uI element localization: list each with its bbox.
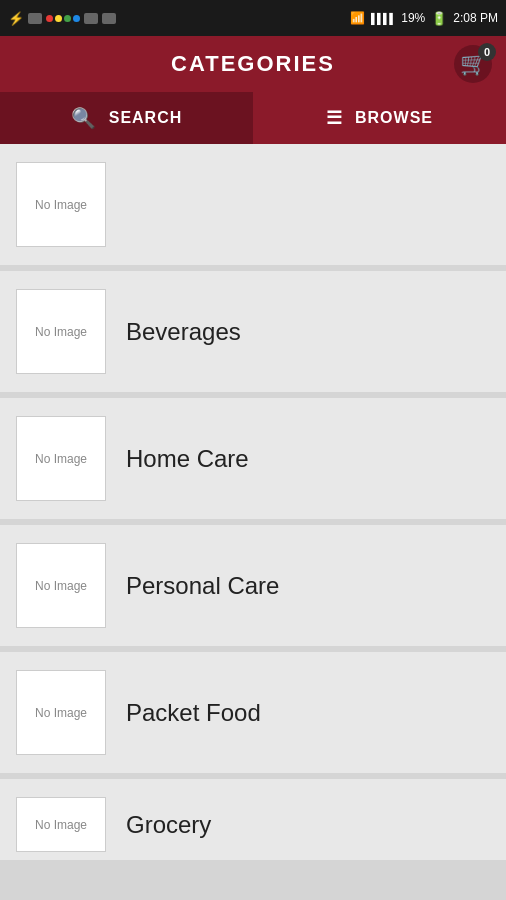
browse-button[interactable]: ☰ BROWSE [253, 92, 506, 144]
status-bar: ⚡ 📶 ▌▌▌▌ 19% 🔋 2:08 PM [0, 0, 506, 36]
signal-icon: ▌▌▌▌ [371, 13, 395, 24]
no-image-label: No Image [35, 325, 87, 339]
no-image-label: No Image [35, 706, 87, 720]
category-name: Beverages [126, 318, 241, 346]
category-name: Packet Food [126, 699, 261, 727]
no-image-label: No Image [35, 198, 87, 212]
header: CATEGORIES 🛒 0 [0, 36, 506, 92]
list-item[interactable]: No Image Grocery [0, 779, 506, 860]
category-image-placeholder: No Image [16, 543, 106, 628]
category-name: Home Care [126, 445, 249, 473]
list-item[interactable]: No Image [0, 144, 506, 265]
battery-percent: 19% [401, 11, 425, 25]
page-title: CATEGORIES [171, 51, 335, 77]
list-item[interactable]: No Image Personal Care [0, 525, 506, 646]
wifi-icon: 📶 [350, 11, 365, 25]
battery-icon: 🔋 [431, 11, 447, 26]
dots-icon [46, 15, 80, 22]
no-image-label: No Image [35, 452, 87, 466]
search-icon: 🔍 [71, 106, 97, 130]
sd-icon [102, 13, 116, 24]
action-bar: 🔍 SEARCH ☰ BROWSE [0, 92, 506, 144]
category-image-placeholder: No Image [16, 162, 106, 247]
menu-icon: ☰ [326, 107, 343, 129]
category-image-placeholder: No Image [16, 289, 106, 374]
no-image-label: No Image [35, 579, 87, 593]
category-image-placeholder: No Image [16, 797, 106, 852]
list-item[interactable]: No Image Packet Food [0, 652, 506, 773]
category-name: Grocery [126, 811, 211, 839]
category-image-placeholder: No Image [16, 416, 106, 501]
category-image-placeholder: No Image [16, 670, 106, 755]
category-list: No Image No Image Beverages No Image Hom… [0, 144, 506, 900]
cart-count-badge: 0 [478, 43, 496, 61]
status-right-info: 📶 ▌▌▌▌ 19% 🔋 2:08 PM [350, 11, 498, 26]
list-item[interactable]: No Image Beverages [0, 271, 506, 392]
photo-icon [28, 13, 42, 24]
usb-icon: ⚡ [8, 11, 24, 26]
download-icon [84, 13, 98, 24]
cart-button[interactable]: 🛒 0 [454, 45, 492, 83]
status-left-icons: ⚡ [8, 11, 116, 26]
no-image-label: No Image [35, 818, 87, 832]
browse-label: BROWSE [355, 109, 433, 127]
search-label: SEARCH [109, 109, 183, 127]
list-item[interactable]: No Image Home Care [0, 398, 506, 519]
category-name: Personal Care [126, 572, 279, 600]
search-button[interactable]: 🔍 SEARCH [0, 92, 253, 144]
time-display: 2:08 PM [453, 11, 498, 25]
